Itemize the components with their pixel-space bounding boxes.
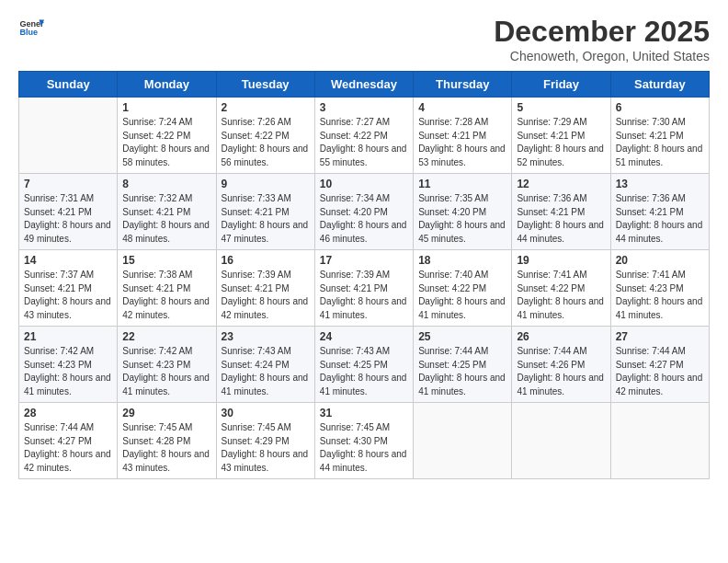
- sunset-text: Sunset: 4:21 PM: [24, 207, 92, 217]
- day-number: 3: [320, 101, 408, 114]
- cell-content: Sunrise: 7:44 AM Sunset: 4:27 PM Dayligh…: [616, 345, 704, 398]
- weekday-header-thursday: Thursday: [414, 72, 512, 98]
- cell-content: Sunrise: 7:44 AM Sunset: 4:27 PM Dayligh…: [24, 421, 112, 475]
- day-number: 2: [222, 101, 310, 114]
- sunrise-text: Sunrise: 7:39 AM: [320, 270, 390, 280]
- daylight-text: Daylight: 8 hours and 47 minutes.: [222, 220, 309, 244]
- day-number: 29: [122, 407, 210, 419]
- page-header: General Blue December 2025 Chenoweth, Or…: [18, 15, 710, 63]
- daylight-text: Daylight: 8 hours and 41 minutes.: [24, 373, 111, 396]
- day-number: 26: [517, 330, 605, 343]
- cell-content: Sunrise: 7:33 AM Sunset: 4:21 PM Dayligh…: [222, 192, 310, 246]
- sunrise-text: Sunrise: 7:44 AM: [24, 422, 94, 432]
- calendar-cell: 31 Sunrise: 7:45 AM Sunset: 4:30 PM Dayl…: [314, 403, 413, 479]
- cell-content: Sunrise: 7:34 AM Sunset: 4:20 PM Dayligh…: [320, 192, 408, 246]
- calendar-cell: 21 Sunrise: 7:42 AM Sunset: 4:23 PM Dayl…: [19, 327, 118, 403]
- sunset-text: Sunset: 4:21 PM: [418, 131, 486, 141]
- weekday-header-wednesday: Wednesday: [314, 72, 413, 98]
- sunrise-text: Sunrise: 7:32 AM: [122, 193, 192, 203]
- calendar-cell: 5 Sunrise: 7:29 AM Sunset: 4:21 PM Dayli…: [512, 98, 610, 174]
- daylight-text: Daylight: 8 hours and 45 minutes.: [418, 220, 506, 244]
- day-number: 1: [122, 101, 210, 114]
- day-number: 9: [222, 178, 310, 190]
- weekday-header-row: SundayMondayTuesdayWednesdayThursdayFrid…: [19, 72, 710, 98]
- sunrise-text: Sunrise: 7:27 AM: [320, 117, 390, 127]
- sunrise-text: Sunrise: 7:26 AM: [222, 117, 291, 127]
- title-area: December 2025 Chenoweth, Oregon, United …: [494, 15, 710, 63]
- daylight-text: Daylight: 8 hours and 52 minutes.: [517, 144, 604, 167]
- sunset-text: Sunset: 4:28 PM: [122, 436, 190, 446]
- weekday-header-monday: Monday: [118, 72, 216, 98]
- daylight-text: Daylight: 8 hours and 43 minutes.: [222, 449, 309, 473]
- sunrise-text: Sunrise: 7:45 AM: [222, 422, 291, 432]
- weekday-header-saturday: Saturday: [610, 72, 709, 98]
- daylight-text: Daylight: 8 hours and 42 minutes.: [24, 449, 111, 473]
- day-number: 7: [24, 178, 112, 190]
- calendar-cell: 17 Sunrise: 7:39 AM Sunset: 4:21 PM Dayl…: [314, 250, 413, 327]
- weekday-header-friday: Friday: [512, 72, 610, 98]
- cell-content: Sunrise: 7:41 AM Sunset: 4:23 PM Dayligh…: [616, 269, 704, 322]
- sunset-text: Sunset: 4:24 PM: [222, 360, 290, 370]
- cell-content: Sunrise: 7:36 AM Sunset: 4:21 PM Dayligh…: [517, 192, 605, 246]
- daylight-text: Daylight: 8 hours and 43 minutes.: [122, 449, 210, 473]
- sunrise-text: Sunrise: 7:37 AM: [24, 270, 94, 280]
- cell-content: Sunrise: 7:45 AM Sunset: 4:29 PM Dayligh…: [222, 421, 310, 475]
- day-number: 6: [616, 101, 704, 114]
- calendar-week-4: 21 Sunrise: 7:42 AM Sunset: 4:23 PM Dayl…: [19, 327, 710, 403]
- sunset-text: Sunset: 4:25 PM: [418, 360, 486, 370]
- calendar-cell: 27 Sunrise: 7:44 AM Sunset: 4:27 PM Dayl…: [610, 327, 709, 403]
- calendar-cell: [19, 98, 118, 174]
- sunset-text: Sunset: 4:23 PM: [24, 360, 92, 370]
- daylight-text: Daylight: 8 hours and 41 minutes.: [616, 296, 703, 320]
- sunrise-text: Sunrise: 7:28 AM: [418, 117, 488, 127]
- day-number: 15: [122, 254, 210, 267]
- sunrise-text: Sunrise: 7:31 AM: [24, 193, 94, 203]
- page-subtitle: Chenoweth, Oregon, United States: [494, 49, 710, 63]
- calendar-cell: 13 Sunrise: 7:36 AM Sunset: 4:21 PM Dayl…: [610, 174, 709, 250]
- calendar-cell: 25 Sunrise: 7:44 AM Sunset: 4:25 PM Dayl…: [414, 327, 512, 403]
- calendar-cell: 28 Sunrise: 7:44 AM Sunset: 4:27 PM Dayl…: [19, 403, 118, 479]
- day-number: 4: [418, 101, 506, 114]
- sunrise-text: Sunrise: 7:44 AM: [616, 346, 686, 356]
- svg-text:Blue: Blue: [19, 28, 38, 37]
- weekday-header-sunday: Sunday: [19, 72, 118, 98]
- sunset-text: Sunset: 4:25 PM: [320, 360, 388, 370]
- daylight-text: Daylight: 8 hours and 58 minutes.: [122, 144, 210, 167]
- calendar-cell: 19 Sunrise: 7:41 AM Sunset: 4:22 PM Dayl…: [512, 250, 610, 327]
- sunrise-text: Sunrise: 7:42 AM: [24, 346, 94, 356]
- day-number: 10: [320, 178, 408, 190]
- calendar-cell: 4 Sunrise: 7:28 AM Sunset: 4:21 PM Dayli…: [414, 98, 512, 174]
- day-number: 17: [320, 254, 408, 267]
- calendar-cell: 3 Sunrise: 7:27 AM Sunset: 4:22 PM Dayli…: [314, 98, 413, 174]
- calendar-cell: 2 Sunrise: 7:26 AM Sunset: 4:22 PM Dayli…: [216, 98, 314, 174]
- sunset-text: Sunset: 4:22 PM: [517, 283, 585, 293]
- daylight-text: Daylight: 8 hours and 44 minutes.: [616, 220, 703, 244]
- sunset-text: Sunset: 4:21 PM: [616, 131, 684, 141]
- page-title: December 2025: [494, 15, 710, 49]
- sunset-text: Sunset: 4:21 PM: [517, 207, 585, 217]
- sunset-text: Sunset: 4:20 PM: [418, 207, 486, 217]
- cell-content: Sunrise: 7:43 AM Sunset: 4:25 PM Dayligh…: [320, 345, 408, 398]
- sunset-text: Sunset: 4:22 PM: [418, 283, 486, 293]
- day-number: 5: [517, 101, 605, 114]
- sunset-text: Sunset: 4:21 PM: [222, 207, 290, 217]
- calendar-cell: 26 Sunrise: 7:44 AM Sunset: 4:26 PM Dayl…: [512, 327, 610, 403]
- daylight-text: Daylight: 8 hours and 41 minutes.: [320, 373, 407, 396]
- daylight-text: Daylight: 8 hours and 41 minutes.: [418, 373, 506, 396]
- sunrise-text: Sunrise: 7:36 AM: [616, 193, 686, 203]
- cell-content: Sunrise: 7:24 AM Sunset: 4:22 PM Dayligh…: [122, 116, 210, 169]
- sunset-text: Sunset: 4:23 PM: [122, 360, 190, 370]
- sunset-text: Sunset: 4:22 PM: [122, 131, 190, 141]
- sunset-text: Sunset: 4:22 PM: [320, 131, 388, 141]
- daylight-text: Daylight: 8 hours and 56 minutes.: [222, 144, 309, 167]
- day-number: 25: [418, 330, 506, 343]
- weekday-header-tuesday: Tuesday: [216, 72, 314, 98]
- calendar-cell: 12 Sunrise: 7:36 AM Sunset: 4:21 PM Dayl…: [512, 174, 610, 250]
- daylight-text: Daylight: 8 hours and 49 minutes.: [24, 220, 111, 244]
- cell-content: Sunrise: 7:41 AM Sunset: 4:22 PM Dayligh…: [517, 269, 605, 322]
- calendar-cell: 14 Sunrise: 7:37 AM Sunset: 4:21 PM Dayl…: [19, 250, 118, 327]
- daylight-text: Daylight: 8 hours and 55 minutes.: [320, 144, 407, 167]
- logo-icon: General Blue: [18, 15, 44, 40]
- daylight-text: Daylight: 8 hours and 41 minutes.: [517, 373, 604, 396]
- sunrise-text: Sunrise: 7:35 AM: [418, 193, 488, 203]
